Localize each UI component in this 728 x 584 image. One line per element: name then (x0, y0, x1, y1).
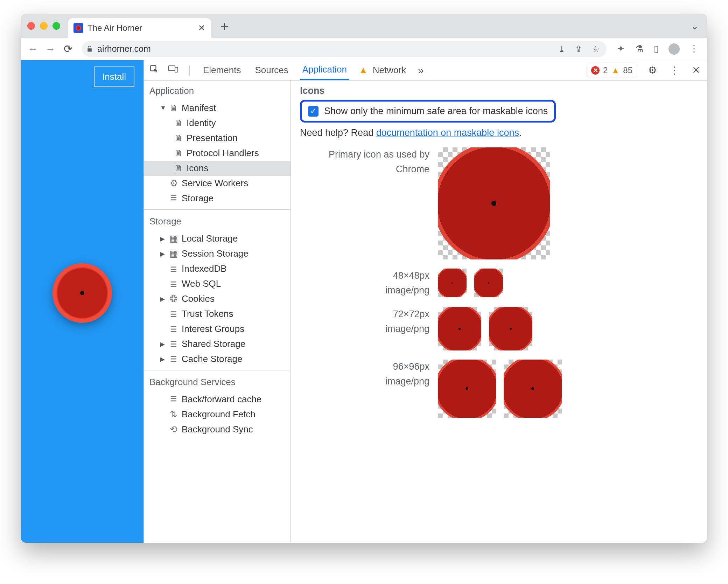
sidebar-item-background-fetch[interactable]: ⇅Background Fetch (144, 407, 290, 422)
sidebar-item-local-storage[interactable]: ▶▦Local Storage (144, 231, 290, 246)
labs-icon[interactable]: ⚗ (632, 43, 647, 54)
file-icon: 🗎 (174, 148, 183, 159)
browser-tab[interactable]: The Air Horner ✕ (68, 18, 211, 38)
panel-title: Icons (300, 85, 698, 96)
settings-icon[interactable]: ⚙ (647, 64, 658, 76)
warn-icon: ▲ (611, 65, 620, 75)
address-bar[interactable]: airhorner.com ⤓ ⇪ ☆ (82, 41, 607, 57)
checkbox-checked-icon[interactable]: ✓ (308, 106, 318, 117)
icon-preview (438, 269, 467, 297)
install-button[interactable]: Install (94, 67, 134, 87)
window-traffic-lights (27, 22, 60, 30)
icon-preview (438, 147, 550, 259)
icons-panel: Icons ✓ Show only the minimum safe area … (291, 81, 707, 543)
sidebar-item-identity[interactable]: 🗎Identity (144, 116, 290, 131)
new-tab-button[interactable]: ＋ (218, 17, 231, 35)
page-content: Install (21, 60, 144, 543)
database-icon: ≣ (169, 394, 178, 405)
sidebar-item-protocol-handlers[interactable]: 🗎Protocol Handlers (144, 146, 290, 161)
database-icon: ≣ (169, 263, 178, 274)
install-app-icon[interactable]: ⤓ (555, 44, 568, 54)
table-icon: ▦ (169, 233, 178, 244)
database-icon: ≣ (169, 193, 178, 204)
sidebar-item-interest-groups[interactable]: ≣Interest Groups (144, 321, 290, 336)
close-window-button[interactable] (27, 22, 35, 30)
icon-preview (438, 307, 481, 350)
toolbar: ← → ⟳ airhorner.com ⤓ ⇪ ☆ ✦ ⚗ ▯ ⋮ (21, 38, 707, 60)
database-icon: ≣ (169, 324, 178, 334)
help-text: Need help? Read documentation on maskabl… (300, 127, 698, 138)
tab-title: The Air Horner (88, 23, 142, 33)
icon-size-row: 96×96pximage/png (300, 360, 698, 418)
issues-badge[interactable]: ✕ 2 ▲ 85 (587, 64, 637, 77)
favicon-icon (74, 23, 83, 33)
icon-preview (489, 307, 532, 350)
icon-preview (474, 269, 503, 297)
checkbox-label: Show only the minimum safe area for mask… (324, 106, 548, 117)
side-panel-icon[interactable]: ▯ (650, 43, 662, 54)
icon-size-row: 72×72pximage/png (300, 307, 698, 350)
svg-rect-1 (169, 66, 175, 71)
warning-icon: ▲ (359, 65, 368, 76)
sidebar-item-service-workers[interactable]: ⚙Service Workers (144, 176, 290, 191)
minimize-window-button[interactable] (40, 22, 48, 30)
airhorn-button[interactable] (52, 263, 112, 323)
profile-avatar[interactable] (668, 43, 680, 55)
reload-button[interactable]: ⟳ (61, 43, 75, 55)
lock-icon[interactable] (86, 45, 93, 53)
close-tab-icon[interactable]: ✕ (198, 23, 205, 33)
tab-elements[interactable]: Elements (201, 61, 243, 79)
sidebar-item-shared-storage[interactable]: ▶≣Shared Storage (144, 336, 290, 352)
file-icon: 🗎 (174, 133, 183, 144)
extensions-icon[interactable]: ✦ (614, 43, 628, 54)
close-devtools-icon[interactable]: ✕ (691, 64, 701, 76)
url-text: airhorner.com (97, 44, 151, 54)
sidebar-item-session-storage[interactable]: ▶▦Session Storage (144, 246, 290, 261)
error-count: 2 (603, 65, 608, 75)
tab-list-button[interactable]: ⌄ (691, 20, 699, 32)
cookie-icon: ❂ (169, 293, 178, 304)
sidebar-item-presentation[interactable]: 🗎Presentation (144, 131, 290, 146)
database-icon: ≣ (169, 308, 178, 319)
sidebar-header-background: Background Services (144, 372, 290, 392)
back-button[interactable]: ← (26, 43, 40, 55)
sidebar-item-storage[interactable]: ≣Storage (144, 191, 290, 206)
tab-application[interactable]: Application (300, 60, 349, 80)
devtools-menu-icon[interactable]: ⋮ (668, 64, 681, 76)
device-toolbar-icon[interactable] (168, 64, 178, 76)
tab-sources[interactable]: Sources (253, 61, 290, 79)
help-link[interactable]: documentation on maskable icons (376, 127, 519, 138)
forward-button[interactable]: → (43, 43, 57, 55)
warning-count: 85 (623, 65, 632, 75)
error-icon: ✕ (591, 66, 600, 75)
sidebar-item-cookies[interactable]: ▶❂Cookies (144, 291, 290, 306)
share-icon[interactable]: ⇪ (572, 44, 585, 54)
icon-preview (438, 360, 496, 418)
sidebar-item-manifest[interactable]: ▼🗎Manifest (144, 100, 290, 116)
sidebar-item-indexeddb[interactable]: ≣IndexedDB (144, 261, 290, 276)
sidebar-item-bfcache[interactable]: ≣Back/forward cache (144, 392, 290, 407)
browser-tab-strip: The Air Horner ✕ ＋ ⌄ (21, 14, 707, 38)
application-sidebar: Application ▼🗎Manifest 🗎Identity 🗎Presen… (144, 81, 291, 543)
maskable-checkbox-row[interactable]: ✓ Show only the minimum safe area for ma… (300, 100, 556, 123)
file-icon: 🗎 (174, 118, 183, 128)
more-tabs-icon[interactable]: » (418, 64, 424, 76)
table-icon: ▦ (169, 248, 178, 259)
sidebar-item-trust-tokens[interactable]: ≣Trust Tokens (144, 306, 290, 321)
chrome-menu-icon[interactable]: ⋮ (686, 43, 702, 54)
inspect-icon[interactable] (149, 64, 159, 76)
primary-icon-row: Primary icon as used by Chrome (300, 147, 698, 259)
gear-icon: ⚙ (169, 178, 178, 189)
tab-network[interactable]: Network (371, 61, 408, 79)
sidebar-item-background-sync[interactable]: ⟲Background Sync (144, 422, 290, 437)
database-icon: ≣ (169, 354, 178, 364)
transfer-icon: ⇅ (169, 409, 178, 420)
sidebar-item-icons[interactable]: 🗎Icons (144, 161, 290, 176)
sidebar-item-web-sql[interactable]: ≣Web SQL (144, 276, 290, 291)
bookmark-icon[interactable]: ☆ (589, 44, 602, 54)
database-icon: ≣ (169, 278, 178, 289)
icon-preview (504, 360, 562, 418)
icon-size-row: 48×48pximage/png (300, 269, 698, 298)
zoom-window-button[interactable] (52, 22, 60, 30)
sidebar-item-cache-storage[interactable]: ▶≣Cache Storage (144, 352, 290, 367)
